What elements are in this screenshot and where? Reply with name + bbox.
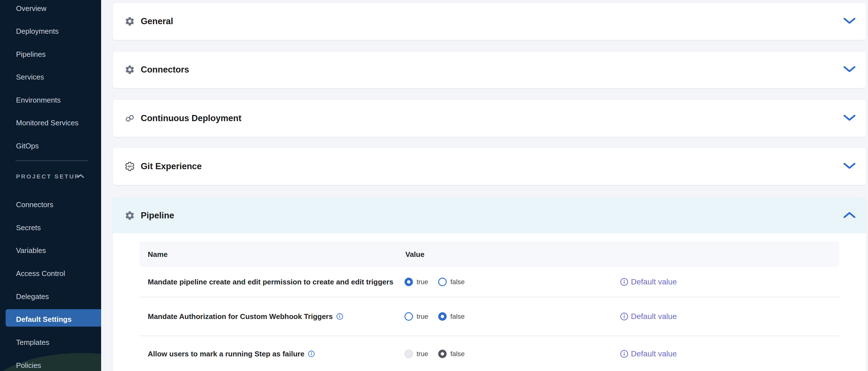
radio-true-disabled xyxy=(404,350,413,358)
collapse-caret-icon[interactable] xyxy=(76,173,85,180)
default-settings-page: Overview Deployments Pipelines Services … xyxy=(0,0,868,371)
chevron-up-icon[interactable] xyxy=(843,211,856,220)
sidebar-item-policies[interactable]: Policies xyxy=(16,362,41,369)
chevron-down-icon[interactable] xyxy=(843,17,856,26)
sidebar-item-variables[interactable]: Variables xyxy=(16,247,46,254)
table-row: Mandate Authorization for Custom Webhook… xyxy=(140,297,839,336)
radio-true-selected[interactable] xyxy=(404,278,413,286)
decorative-hill xyxy=(0,353,101,371)
section-card-continuous-deployment: Continuous Deployment xyxy=(113,100,866,137)
setting-name: Mandate Authorization for Custom Webhook… xyxy=(148,312,343,321)
sidebar-item-deployments[interactable]: Deployments xyxy=(16,28,59,35)
section-card-git-experience: Git Experience xyxy=(113,148,866,185)
section-title: Continuous Deployment xyxy=(141,113,241,123)
column-header-name: Name xyxy=(148,250,168,259)
true-false-radio-group: true false xyxy=(404,312,465,321)
gear-icon xyxy=(125,210,135,221)
section-card-general: General xyxy=(113,3,866,40)
chevron-down-icon[interactable] xyxy=(843,65,856,74)
setting-name: Allow users to mark a running Step as fa… xyxy=(148,349,315,358)
sidebar-item-monitored-services[interactable]: Monitored Services xyxy=(16,119,79,126)
radio-label-true: true xyxy=(416,350,428,358)
gear-icon xyxy=(125,65,135,75)
table-row: Mandate pipeline create and edit permiss… xyxy=(140,267,839,297)
section-header-general[interactable]: General xyxy=(113,3,866,40)
sidebar-item-templates[interactable]: Templates xyxy=(16,339,50,346)
chevron-down-icon[interactable] xyxy=(843,162,856,171)
default-value-link[interactable]: Default value xyxy=(620,277,677,286)
default-value-link[interactable]: Default value xyxy=(620,312,677,321)
info-icon xyxy=(620,312,628,321)
setting-name: Mandate pipeline create and edit permiss… xyxy=(148,278,393,286)
sidebar-item-pipelines[interactable]: Pipelines xyxy=(16,51,46,58)
section-header-git-experience[interactable]: Git Experience xyxy=(113,148,866,185)
radio-label-true[interactable]: true xyxy=(416,278,428,286)
project-setup-section-label[interactable]: PROJECT SETUP xyxy=(16,173,80,180)
table-header-row: Name Value xyxy=(140,241,839,267)
sidebar: Overview Deployments Pipelines Services … xyxy=(0,0,101,371)
radio-label-false[interactable]: false xyxy=(450,278,465,286)
chevron-down-icon[interactable] xyxy=(843,114,856,123)
section-title: General xyxy=(141,16,173,26)
table-row: Allow users to mark a running Step as fa… xyxy=(140,336,839,371)
sidebar-item-services[interactable]: Services xyxy=(16,74,44,81)
section-header-continuous-deployment[interactable]: Continuous Deployment xyxy=(113,100,866,137)
info-icon xyxy=(620,278,628,286)
radio-label-false: false xyxy=(450,350,465,358)
radio-false[interactable] xyxy=(438,278,447,286)
section-card-pipeline: Pipeline Name Value Mandate pipeline cre… xyxy=(113,198,866,371)
sidebar-item-access-control[interactable]: Access Control xyxy=(16,270,65,277)
section-header-pipeline[interactable]: Pipeline xyxy=(113,198,866,233)
gear-code-icon xyxy=(125,161,135,171)
radio-false-selected-disabled xyxy=(438,350,447,358)
sidebar-item-delegates[interactable]: Delegates xyxy=(16,293,49,300)
section-title: Git Experience xyxy=(141,161,202,171)
column-header-value: Value xyxy=(405,250,425,259)
pipeline-settings-table: Name Value Mandate pipeline create and e… xyxy=(140,241,839,371)
sidebar-item-overview[interactable]: Overview xyxy=(16,5,46,12)
radio-label-true[interactable]: true xyxy=(416,313,428,320)
sidebar-divider xyxy=(16,161,88,161)
section-card-connectors: Connectors xyxy=(113,51,866,88)
gear-icon xyxy=(125,16,135,26)
link-icon xyxy=(125,113,135,123)
radio-false-selected[interactable] xyxy=(438,312,447,321)
radio-label-false[interactable]: false xyxy=(450,313,465,320)
sidebar-item-environments[interactable]: Environments xyxy=(16,96,61,104)
sidebar-item-default-settings[interactable]: Default Settings xyxy=(16,316,72,323)
sidebar-item-secrets[interactable]: Secrets xyxy=(16,224,41,231)
info-icon[interactable] xyxy=(308,350,315,357)
sidebar-item-gitops[interactable]: GitOps xyxy=(16,142,39,149)
section-header-connectors[interactable]: Connectors xyxy=(113,51,866,88)
section-title: Pipeline xyxy=(141,210,174,221)
info-icon[interactable] xyxy=(336,313,343,320)
sidebar-item-connectors[interactable]: Connectors xyxy=(16,201,53,208)
info-icon xyxy=(620,350,628,358)
default-value-link[interactable]: Default value xyxy=(620,349,677,358)
radio-true[interactable] xyxy=(404,312,413,321)
true-false-radio-group: true false xyxy=(404,278,465,286)
true-false-radio-group: true false xyxy=(404,350,465,358)
section-title: Connectors xyxy=(141,65,189,75)
